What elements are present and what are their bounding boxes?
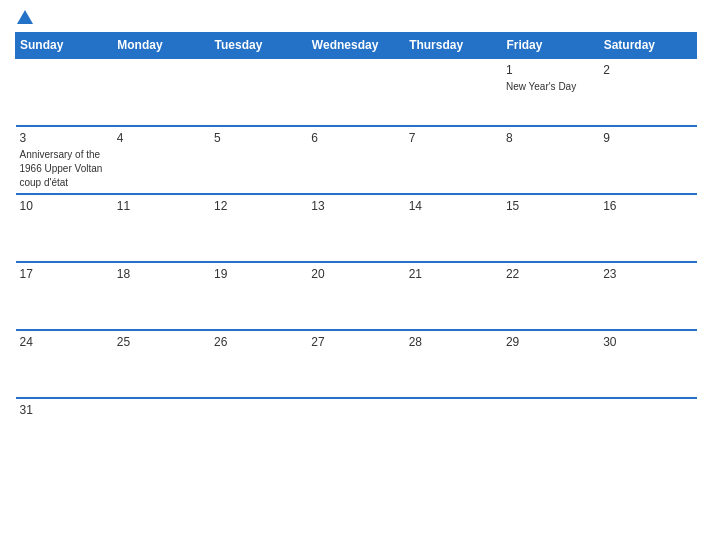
day-cell: 31 <box>16 398 113 453</box>
calendar-header <box>15 10 697 26</box>
day-cell: 9 <box>599 126 696 194</box>
logo <box>15 10 33 26</box>
day-cell: 23 <box>599 262 696 330</box>
day-number: 27 <box>311 335 400 349</box>
day-cell: 2 <box>599 58 696 126</box>
day-number: 13 <box>311 199 400 213</box>
day-cell: 22 <box>502 262 599 330</box>
day-cell <box>16 58 113 126</box>
week-row-2: 3Anniversary of the 1966 Upper Voltan co… <box>16 126 697 194</box>
day-number: 12 <box>214 199 303 213</box>
day-header-tuesday: Tuesday <box>210 33 307 59</box>
day-number: 16 <box>603 199 692 213</box>
day-event: New Year's Day <box>506 81 576 92</box>
day-cell <box>210 58 307 126</box>
day-header-thursday: Thursday <box>405 33 502 59</box>
day-cell: 29 <box>502 330 599 398</box>
day-cell: 16 <box>599 194 696 262</box>
day-number: 14 <box>409 199 498 213</box>
day-header-saturday: Saturday <box>599 33 696 59</box>
day-cell <box>307 58 404 126</box>
day-number: 21 <box>409 267 498 281</box>
day-number: 9 <box>603 131 692 145</box>
day-cell: 14 <box>405 194 502 262</box>
day-number: 6 <box>311 131 400 145</box>
day-cell <box>502 398 599 453</box>
day-cell: 7 <box>405 126 502 194</box>
week-row-1: 1New Year's Day2 <box>16 58 697 126</box>
day-cell <box>405 58 502 126</box>
week-row-6: 31 <box>16 398 697 453</box>
day-number: 5 <box>214 131 303 145</box>
day-cell: 13 <box>307 194 404 262</box>
day-cell: 6 <box>307 126 404 194</box>
day-number: 28 <box>409 335 498 349</box>
day-number: 17 <box>20 267 109 281</box>
day-cell: 4 <box>113 126 210 194</box>
day-cell: 21 <box>405 262 502 330</box>
calendar-table: SundayMondayTuesdayWednesdayThursdayFrid… <box>15 32 697 453</box>
day-number: 30 <box>603 335 692 349</box>
week-row-4: 17181920212223 <box>16 262 697 330</box>
day-cell: 1New Year's Day <box>502 58 599 126</box>
day-number: 3 <box>20 131 109 145</box>
day-cell: 8 <box>502 126 599 194</box>
day-number: 10 <box>20 199 109 213</box>
day-number: 8 <box>506 131 595 145</box>
day-cell: 30 <box>599 330 696 398</box>
day-number: 19 <box>214 267 303 281</box>
day-cell <box>405 398 502 453</box>
day-number: 20 <box>311 267 400 281</box>
day-number: 1 <box>506 63 595 77</box>
day-number: 22 <box>506 267 595 281</box>
day-header-row: SundayMondayTuesdayWednesdayThursdayFrid… <box>16 33 697 59</box>
day-cell: 17 <box>16 262 113 330</box>
day-number: 15 <box>506 199 595 213</box>
day-number: 7 <box>409 131 498 145</box>
day-cell <box>210 398 307 453</box>
logo-triangle-icon <box>17 10 33 24</box>
day-cell <box>307 398 404 453</box>
day-cell: 3Anniversary of the 1966 Upper Voltan co… <box>16 126 113 194</box>
day-cell: 26 <box>210 330 307 398</box>
day-number: 24 <box>20 335 109 349</box>
day-header-wednesday: Wednesday <box>307 33 404 59</box>
day-number: 2 <box>603 63 692 77</box>
day-number: 18 <box>117 267 206 281</box>
day-number: 29 <box>506 335 595 349</box>
day-cell: 11 <box>113 194 210 262</box>
day-number: 11 <box>117 199 206 213</box>
day-cell <box>113 398 210 453</box>
day-number: 25 <box>117 335 206 349</box>
day-header-friday: Friday <box>502 33 599 59</box>
day-cell: 15 <box>502 194 599 262</box>
day-cell: 18 <box>113 262 210 330</box>
day-cell <box>599 398 696 453</box>
day-cell: 24 <box>16 330 113 398</box>
day-cell: 19 <box>210 262 307 330</box>
day-header-sunday: Sunday <box>16 33 113 59</box>
day-cell: 20 <box>307 262 404 330</box>
day-cell: 28 <box>405 330 502 398</box>
day-cell: 5 <box>210 126 307 194</box>
day-number: 4 <box>117 131 206 145</box>
day-cell: 12 <box>210 194 307 262</box>
day-header-monday: Monday <box>113 33 210 59</box>
day-number: 23 <box>603 267 692 281</box>
day-event: Anniversary of the 1966 Upper Voltan cou… <box>20 149 103 188</box>
day-cell: 10 <box>16 194 113 262</box>
calendar-page: SundayMondayTuesdayWednesdayThursdayFrid… <box>0 0 712 550</box>
day-number: 26 <box>214 335 303 349</box>
week-row-3: 10111213141516 <box>16 194 697 262</box>
day-number: 31 <box>20 403 109 417</box>
week-row-5: 24252627282930 <box>16 330 697 398</box>
day-cell: 27 <box>307 330 404 398</box>
day-cell: 25 <box>113 330 210 398</box>
day-cell <box>113 58 210 126</box>
